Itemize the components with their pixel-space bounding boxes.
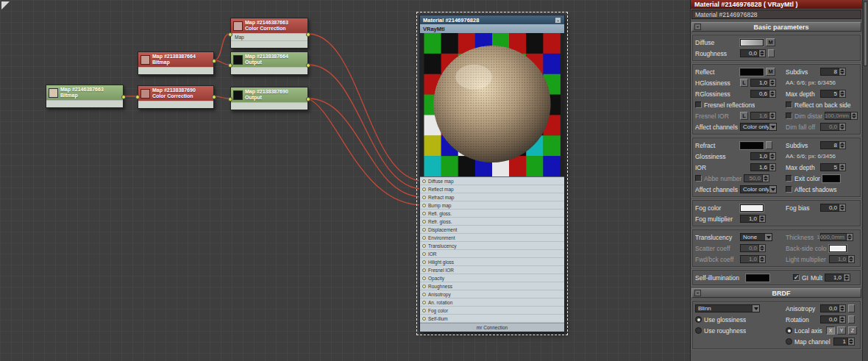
spinner-arrows-icon[interactable] xyxy=(839,123,846,131)
slot-socket-icon[interactable] xyxy=(422,196,426,199)
map-node-output-1[interactable]: Map #2138387664 Output xyxy=(230,51,308,75)
material-slot-row[interactable]: Anisotropy xyxy=(420,290,564,299)
material-slot-row[interactable]: Reflect map xyxy=(420,185,564,193)
spinner-arrows-icon[interactable] xyxy=(844,274,850,282)
affect-shadows-checkbox[interactable] xyxy=(786,186,792,193)
glossiness-spinner[interactable]: 1,0 xyxy=(750,152,776,160)
gi-checkbox[interactable] xyxy=(793,274,800,281)
slot-socket-icon[interactable] xyxy=(422,204,426,207)
spinner-arrows-icon[interactable] xyxy=(763,174,769,182)
material-slot-row[interactable]: Translucency xyxy=(420,242,564,250)
rollout-collapse-icon[interactable]: - xyxy=(694,290,701,296)
chevron-down-icon[interactable] xyxy=(764,234,772,240)
chevron-down-icon[interactable] xyxy=(769,124,776,130)
self-illumination-swatch[interactable] xyxy=(746,274,769,282)
exit-color-swatch[interactable] xyxy=(822,175,840,182)
node-output-socket[interactable] xyxy=(121,95,126,99)
spinner-arrows-icon[interactable] xyxy=(848,255,855,263)
map-node-bitmap-1[interactable]: Map #2138387664 Bitmap xyxy=(138,51,214,75)
thickness-spinner[interactable]: 1000,0mm xyxy=(820,233,853,241)
node-slot-row[interactable] xyxy=(231,40,307,48)
spinner-arrows-icon[interactable] xyxy=(839,304,846,312)
rollout-brdf[interactable]: - BRDF xyxy=(691,288,861,298)
spinner-arrows-icon[interactable] xyxy=(759,244,766,252)
use-glossiness-radio[interactable] xyxy=(695,316,702,323)
slot-socket-icon[interactable] xyxy=(422,293,426,296)
material-slot-row[interactable]: Roughness xyxy=(420,282,564,290)
node-graph-canvas[interactable]: Map #2146387663 Color Correction Map Map… xyxy=(0,0,690,361)
spinner-arrows-icon[interactable] xyxy=(839,90,846,98)
material-slot-row[interactable]: Fresnel IOR xyxy=(420,266,564,274)
fresnel-ior-lock-button[interactable]: L xyxy=(740,112,748,120)
fwdbck-coeff-spinner[interactable]: 1,0 xyxy=(740,255,766,263)
spinner-arrows-icon[interactable] xyxy=(839,163,846,171)
brdf-type-dropdown[interactable]: Blinn xyxy=(695,304,760,312)
material-slot-row[interactable]: Bump map xyxy=(420,201,564,210)
slot-socket-icon[interactable] xyxy=(422,220,426,224)
node-slot-row[interactable] xyxy=(231,102,307,110)
map-channel-radio[interactable] xyxy=(786,338,792,345)
node-slot-row[interactable]: Map xyxy=(231,33,307,40)
node-input-socket[interactable] xyxy=(228,97,232,101)
abbe-number-checkbox[interactable] xyxy=(695,175,702,182)
material-slot-row[interactable]: Displacement xyxy=(420,226,564,234)
hglossiness-spinner[interactable]: 1,0 xyxy=(750,79,776,87)
node-slot-row[interactable] xyxy=(231,67,307,74)
rglossiness-spinner[interactable]: 0,6 xyxy=(750,90,776,98)
fog-color-swatch[interactable] xyxy=(740,204,764,212)
slot-socket-icon[interactable] xyxy=(422,276,426,280)
spinner-arrows-icon[interactable] xyxy=(769,79,776,87)
rotation-map-button[interactable] xyxy=(848,315,855,324)
material-slot-row[interactable]: Environment xyxy=(420,234,564,242)
map-node-color-correction-2[interactable]: Map #2138387690 Color Correction xyxy=(138,85,214,109)
node-slot-row[interactable] xyxy=(138,67,213,74)
dim-distance-checkbox[interactable] xyxy=(786,112,792,119)
spinner-arrows-icon[interactable] xyxy=(769,163,776,171)
roughness-spinner[interactable]: 0,0 xyxy=(740,49,766,57)
slot-socket-icon[interactable] xyxy=(422,268,426,272)
dim-distance-spinner[interactable]: 100,0mm xyxy=(825,112,858,120)
node-input-socket[interactable] xyxy=(135,95,140,99)
spinner-arrows-icon[interactable] xyxy=(759,49,766,57)
node-collapse-button[interactable]: - xyxy=(555,17,561,24)
node-input-socket[interactable] xyxy=(228,63,232,68)
panel-scrollbar[interactable] xyxy=(862,0,868,361)
reflect-max-depth-spinner[interactable]: 5 xyxy=(820,90,846,98)
material-node-vraymtl[interactable]: Material #2146976828 - VRayMtl xyxy=(419,15,565,332)
material-name-field[interactable]: Material #2146976828 xyxy=(691,10,861,19)
diffuse-color-swatch[interactable] xyxy=(740,39,764,46)
slot-socket-icon[interactable] xyxy=(422,187,426,191)
reflect-color-swatch[interactable] xyxy=(740,68,764,76)
spinner-arrows-icon[interactable] xyxy=(759,255,766,263)
material-slot-row[interactable]: Diffuse map xyxy=(420,177,564,185)
material-slot-row[interactable]: Refract map xyxy=(420,193,564,201)
chevron-down-icon[interactable] xyxy=(752,305,759,312)
material-slot-row[interactable]: Self-illum xyxy=(420,315,564,323)
dim-falloff-spinner[interactable]: 0,0 xyxy=(820,123,846,131)
map-node-bitmap-2[interactable]: Map #2146387663 Bitmap xyxy=(46,85,124,108)
self-illumination-mult-spinner[interactable]: 1,0 xyxy=(825,274,850,282)
node-output-socket[interactable] xyxy=(212,95,216,99)
material-slot-row[interactable]: IOR xyxy=(420,250,564,258)
slot-socket-icon[interactable] xyxy=(422,260,426,264)
chevron-down-icon[interactable] xyxy=(769,186,776,193)
slot-socket-icon[interactable] xyxy=(422,228,426,232)
node-output-socket[interactable] xyxy=(306,32,310,37)
map-node-color-correction-1[interactable]: Map #2146387663 Color Correction Map xyxy=(230,18,308,49)
node-input-socket[interactable] xyxy=(228,32,232,37)
anisotropy-map-button[interactable] xyxy=(848,304,855,312)
map-node-output-2[interactable]: Map #2138387690 Output xyxy=(230,87,308,110)
spinner-arrows-icon[interactable] xyxy=(851,112,858,120)
local-axis-radio[interactable] xyxy=(786,327,792,334)
node-output-socket[interactable] xyxy=(306,63,310,68)
use-roughness-radio[interactable] xyxy=(695,327,702,334)
fresnel-reflections-checkbox[interactable] xyxy=(695,101,702,108)
slot-socket-icon[interactable] xyxy=(422,252,426,256)
abbe-number-spinner[interactable]: 50,0 xyxy=(744,174,769,182)
panel-title-bar[interactable]: Material #2146976828 ( VRayMtl ) xyxy=(691,0,868,9)
light-multiplier-spinner[interactable]: 1,0 xyxy=(829,255,855,263)
refract-color-swatch[interactable] xyxy=(740,142,764,149)
slot-socket-icon[interactable] xyxy=(422,244,426,248)
rollout-basic-parameters[interactable]: - Basic parameters xyxy=(691,22,861,32)
spinner-arrows-icon[interactable] xyxy=(839,204,846,212)
